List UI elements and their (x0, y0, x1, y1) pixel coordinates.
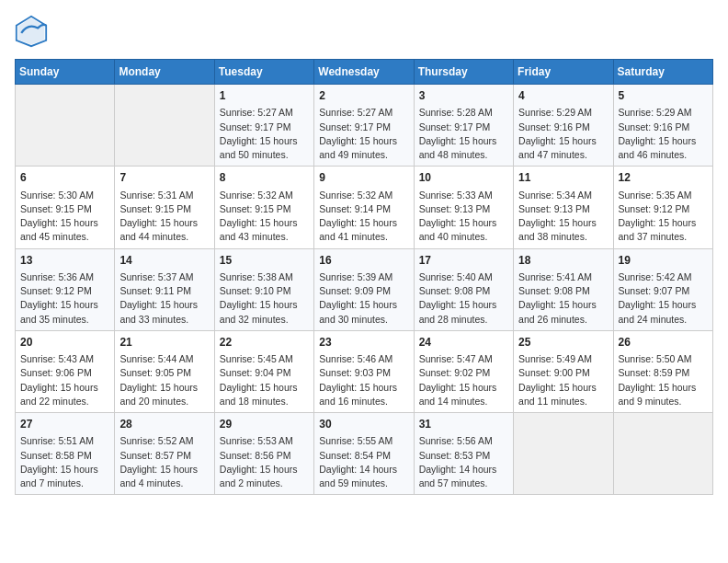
sunset: Sunset: 8:56 PM (220, 450, 291, 461)
day-cell: 16Sunrise: 5:39 AMSunset: 9:09 PMDayligh… (314, 248, 414, 330)
sunset: Sunset: 9:13 PM (518, 203, 590, 214)
day-number: 18 (518, 253, 608, 269)
sunset: Sunset: 9:15 PM (220, 203, 291, 214)
day-number: 4 (518, 88, 608, 104)
sunset: Sunset: 9:12 PM (619, 203, 690, 214)
sunset: Sunset: 9:17 PM (419, 121, 491, 132)
day-number: 30 (319, 417, 408, 432)
sunrise: Sunrise: 5:30 AM (20, 190, 94, 201)
day-number: 12 (619, 170, 708, 186)
sunset: Sunset: 8:58 PM (20, 450, 92, 461)
sunrise: Sunrise: 5:41 AM (518, 271, 592, 282)
sunset: Sunset: 9:05 PM (119, 367, 191, 378)
day-number: 3 (419, 88, 508, 104)
day-cell: 20Sunrise: 5:43 AMSunset: 9:06 PMDayligh… (16, 330, 115, 412)
sunrise: Sunrise: 5:33 AM (419, 190, 493, 201)
day-number: 7 (119, 170, 209, 186)
daylight: Daylight: 15 hours and 24 minutes. (619, 299, 697, 324)
day-number: 24 (419, 335, 508, 350)
daylight: Daylight: 15 hours and 2 minutes. (220, 464, 298, 488)
day-cell: 28Sunrise: 5:52 AMSunset: 8:57 PMDayligh… (115, 413, 214, 495)
daylight: Daylight: 15 hours and 14 minutes. (419, 382, 497, 407)
daylight: Daylight: 15 hours and 46 minutes. (619, 135, 697, 160)
sunrise: Sunrise: 5:40 AM (419, 271, 493, 282)
day-cell: 9Sunrise: 5:32 AMSunset: 9:14 PMDaylight… (314, 167, 414, 248)
daylight: Daylight: 15 hours and 20 minutes. (119, 382, 198, 407)
day-cell: 2Sunrise: 5:27 AMSunset: 9:17 PMDaylight… (314, 85, 414, 167)
sunrise: Sunrise: 5:31 AM (119, 190, 193, 201)
sunrise: Sunrise: 5:32 AM (319, 190, 392, 201)
day-number: 14 (119, 253, 209, 269)
daylight: Daylight: 15 hours and 4 minutes. (119, 464, 198, 488)
day-number: 19 (619, 253, 708, 269)
sunset: Sunset: 9:14 PM (319, 203, 391, 214)
daylight: Daylight: 15 hours and 18 minutes. (220, 382, 298, 407)
week-row-3: 13Sunrise: 5:36 AMSunset: 9:12 PMDayligh… (16, 248, 713, 330)
day-cell: 24Sunrise: 5:47 AMSunset: 9:02 PMDayligh… (414, 330, 513, 412)
sunrise: Sunrise: 5:49 AM (518, 353, 592, 364)
weekday-header-wednesday: Wednesday (314, 60, 414, 85)
day-cell: 19Sunrise: 5:42 AMSunset: 9:07 PMDayligh… (613, 248, 712, 330)
sunrise: Sunrise: 5:53 AM (220, 435, 293, 446)
day-cell: 12Sunrise: 5:35 AMSunset: 9:12 PMDayligh… (613, 167, 712, 248)
sunset: Sunset: 9:11 PM (119, 285, 191, 296)
daylight: Daylight: 15 hours and 47 minutes. (518, 135, 597, 160)
day-cell: 3Sunrise: 5:28 AMSunset: 9:17 PMDaylight… (414, 85, 513, 167)
sunset: Sunset: 9:17 PM (220, 121, 291, 132)
day-cell: 29Sunrise: 5:53 AMSunset: 8:56 PMDayligh… (214, 413, 313, 495)
day-cell: 31Sunrise: 5:56 AMSunset: 8:53 PMDayligh… (414, 413, 513, 495)
day-number: 26 (619, 335, 708, 350)
daylight: Daylight: 15 hours and 9 minutes. (619, 382, 697, 407)
sunrise: Sunrise: 5:46 AM (319, 353, 392, 364)
daylight: Daylight: 15 hours and 32 minutes. (220, 299, 298, 324)
day-number: 1 (220, 88, 309, 104)
daylight: Daylight: 15 hours and 44 minutes. (119, 217, 198, 242)
sunset: Sunset: 9:16 PM (518, 121, 590, 132)
sunrise: Sunrise: 5:51 AM (20, 435, 94, 446)
sunset: Sunset: 9:16 PM (619, 121, 690, 132)
sunrise: Sunrise: 5:38 AM (220, 271, 293, 282)
daylight: Daylight: 15 hours and 48 minutes. (419, 135, 497, 160)
day-cell: 27Sunrise: 5:51 AMSunset: 8:58 PMDayligh… (16, 413, 115, 495)
daylight: Daylight: 15 hours and 22 minutes. (20, 382, 98, 407)
sunrise: Sunrise: 5:35 AM (619, 190, 692, 201)
day-cell: 13Sunrise: 5:36 AMSunset: 9:12 PMDayligh… (16, 248, 115, 330)
sunset: Sunset: 9:09 PM (319, 285, 391, 296)
day-cell: 11Sunrise: 5:34 AMSunset: 9:13 PMDayligh… (514, 167, 613, 248)
day-number: 29 (220, 417, 309, 432)
daylight: Daylight: 15 hours and 35 minutes. (20, 299, 98, 324)
day-cell (16, 85, 115, 167)
day-number: 31 (419, 417, 508, 432)
sunset: Sunset: 9:08 PM (518, 285, 590, 296)
sunrise: Sunrise: 5:44 AM (119, 353, 193, 364)
sunset: Sunset: 9:03 PM (319, 367, 391, 378)
sunrise: Sunrise: 5:56 AM (419, 435, 493, 446)
day-number: 6 (20, 170, 109, 186)
day-cell: 18Sunrise: 5:41 AMSunset: 9:08 PMDayligh… (514, 248, 613, 330)
day-number: 2 (319, 88, 408, 104)
daylight: Daylight: 15 hours and 49 minutes. (319, 135, 397, 160)
day-cell: 26Sunrise: 5:50 AMSunset: 8:59 PMDayligh… (613, 330, 712, 412)
daylight: Daylight: 15 hours and 41 minutes. (319, 217, 397, 242)
calendar-table: SundayMondayTuesdayWednesdayThursdayFrid… (15, 59, 713, 495)
day-cell (514, 413, 613, 495)
day-cell: 10Sunrise: 5:33 AMSunset: 9:13 PMDayligh… (414, 167, 513, 248)
week-row-5: 27Sunrise: 5:51 AMSunset: 8:58 PMDayligh… (16, 413, 713, 495)
sunset: Sunset: 8:59 PM (619, 367, 690, 378)
day-cell: 6Sunrise: 5:30 AMSunset: 9:15 PMDaylight… (16, 167, 115, 248)
sunrise: Sunrise: 5:42 AM (619, 271, 692, 282)
day-number: 5 (619, 88, 708, 104)
day-cell (115, 85, 214, 167)
day-number: 22 (220, 335, 309, 350)
day-cell: 7Sunrise: 5:31 AMSunset: 9:15 PMDaylight… (115, 167, 214, 248)
sunrise: Sunrise: 5:55 AM (319, 435, 392, 446)
day-number: 25 (518, 335, 608, 350)
sunset: Sunset: 9:10 PM (220, 285, 291, 296)
sunrise: Sunrise: 5:39 AM (319, 271, 392, 282)
day-cell: 21Sunrise: 5:44 AMSunset: 9:05 PMDayligh… (115, 330, 214, 412)
sunset: Sunset: 9:15 PM (20, 203, 92, 214)
day-cell: 14Sunrise: 5:37 AMSunset: 9:11 PMDayligh… (115, 248, 214, 330)
sunrise: Sunrise: 5:36 AM (20, 271, 94, 282)
day-cell: 4Sunrise: 5:29 AMSunset: 9:16 PMDaylight… (514, 85, 613, 167)
sunrise: Sunrise: 5:27 AM (220, 107, 293, 118)
